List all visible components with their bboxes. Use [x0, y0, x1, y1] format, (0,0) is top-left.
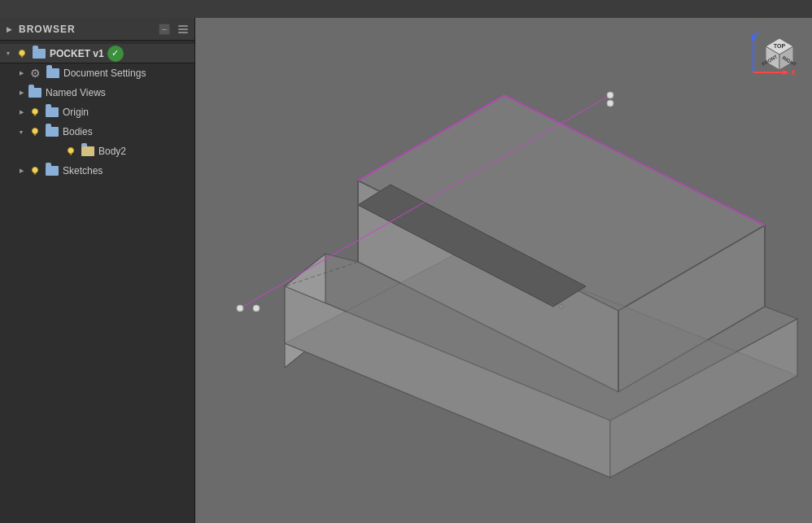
svg-point-9 — [68, 148, 74, 154]
tree-item-bodies[interactable]: Bodies — [0, 122, 194, 142]
tree-label-bodies: Bodies — [63, 126, 93, 137]
svg-rect-7 — [34, 133, 37, 135]
browser-title: BROWSER — [19, 24, 76, 35]
nav-cube-3d[interactable]: TOP FRONT RIGHT — [757, 32, 802, 76]
expand-arrow-bodies[interactable] — [16, 127, 26, 137]
folder-icon-document-settings — [46, 67, 60, 80]
expand-arrow-origin[interactable] — [16, 107, 26, 117]
browser-collapse-arrow[interactable]: ▶ — [7, 25, 12, 33]
expand-arrow-document-settings[interactable] — [16, 68, 26, 78]
browser-drag-handle[interactable] — [178, 25, 188, 33]
svg-rect-8 — [34, 135, 36, 136]
nav-cube[interactable]: Z X TOP FRONT RIGHT — [737, 28, 802, 93]
bulb-icon-bodies[interactable] — [28, 124, 42, 139]
svg-point-32 — [607, 100, 613, 107]
check-icon-pocket: ✓ — [107, 46, 124, 62]
svg-rect-5 — [34, 115, 36, 116]
svg-point-33 — [237, 305, 243, 312]
bulb-icon-body2[interactable] — [63, 144, 78, 159]
viewport-3d[interactable]: Z X TOP FRONT RIGHT — [195, 18, 812, 523]
viewport-canvas — [195, 18, 812, 523]
folder-icon-body2 — [81, 145, 95, 158]
svg-point-6 — [33, 129, 38, 134]
tree-item-pocket[interactable]: POCKET v1 ✓ — [0, 44, 194, 63]
tree-label-body2: Body2 — [98, 146, 126, 157]
folder-icon-bodies — [45, 125, 59, 138]
svg-rect-13 — [34, 172, 37, 174]
tree-label-document-settings: Document Settings — [63, 68, 146, 79]
expand-arrow-named-views[interactable] — [16, 88, 26, 98]
svg-rect-14 — [34, 174, 36, 175]
bulb-icon-sketches[interactable] — [28, 163, 42, 178]
tree-label-origin: Origin — [63, 107, 89, 118]
tree-label-sketches: Sketches — [63, 165, 103, 177]
svg-rect-10 — [70, 153, 72, 155]
svg-rect-4 — [34, 114, 37, 115]
top-toolbar — [0, 0, 812, 18]
tree-label-named-views: Named Views — [46, 87, 106, 98]
svg-point-31 — [607, 92, 613, 98]
browser-panel: ▶ BROWSER – POCKET v1 — [0, 18, 195, 523]
bulb-icon-origin[interactable] — [28, 105, 42, 120]
svg-point-35 — [559, 304, 564, 309]
browser-minimize-button[interactable]: – — [159, 24, 170, 35]
tree-item-sketches[interactable]: Sketches — [0, 161, 194, 181]
folder-icon-pocket — [32, 47, 46, 60]
expand-arrow-body2 — [52, 146, 62, 156]
tree-item-document-settings[interactable]: ⚙ Document Settings — [0, 63, 194, 83]
svg-text:TOP: TOP — [774, 43, 786, 49]
tree-item-named-views[interactable]: Named Views — [0, 83, 194, 102]
tree-label-pocket: POCKET v1 — [50, 48, 104, 59]
svg-rect-1 — [21, 55, 24, 57]
folder-icon-origin — [45, 106, 59, 119]
svg-point-12 — [33, 168, 38, 173]
folder-icon-named-views — [28, 86, 42, 99]
expand-arrow-pocket[interactable] — [3, 49, 13, 59]
nav-cube-svg: TOP FRONT RIGHT — [757, 32, 802, 76]
expand-arrow-sketches[interactable] — [16, 166, 26, 176]
svg-rect-11 — [70, 155, 72, 155]
tree-item-origin[interactable]: Origin — [0, 102, 194, 122]
folder-icon-sketches — [45, 164, 59, 177]
svg-point-0 — [20, 50, 25, 55]
svg-point-3 — [33, 109, 38, 115]
svg-point-34 — [253, 305, 260, 312]
tree-item-body2[interactable]: Body2 — [0, 142, 194, 161]
browser-tree: POCKET v1 ✓ ⚙ Document Settings Named Vi… — [0, 41, 194, 184]
svg-rect-2 — [21, 56, 23, 57]
browser-header: ▶ BROWSER – — [0, 18, 194, 41]
gear-icon-document-settings: ⚙ — [28, 66, 42, 81]
bulb-icon-pocket[interactable] — [15, 46, 29, 61]
